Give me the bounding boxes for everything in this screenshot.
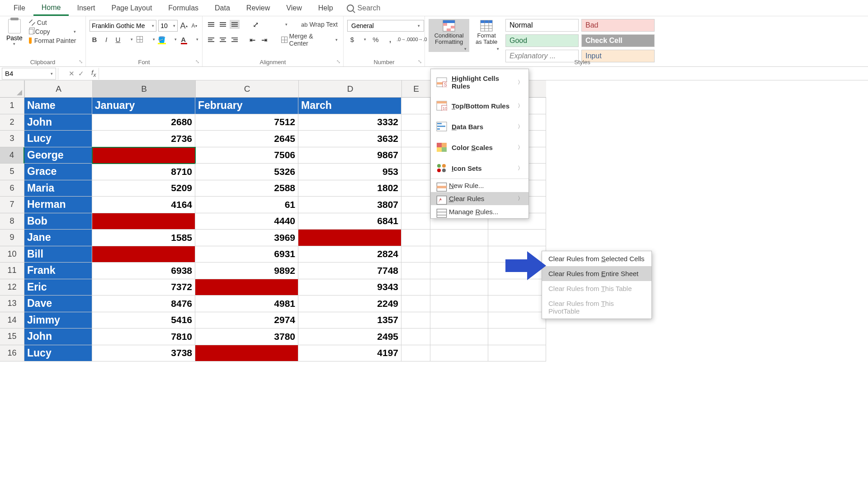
row-header[interactable]: 10 xyxy=(0,246,24,263)
enter-formula-icon[interactable]: ✓ xyxy=(78,70,84,78)
increase-decimal-button[interactable]: .0→.00 xyxy=(400,34,410,44)
cell[interactable] xyxy=(401,263,430,279)
cell[interactable] xyxy=(298,230,401,246)
col-header-a[interactable]: A xyxy=(24,80,92,98)
cell[interactable]: 2588 xyxy=(195,180,298,197)
tab-help[interactable]: Help xyxy=(310,1,341,15)
cell[interactable] xyxy=(430,279,488,296)
search-box[interactable]: Search xyxy=(347,4,381,12)
cell[interactable] xyxy=(430,246,488,263)
cell[interactable] xyxy=(92,213,195,230)
cf-menu-item[interactable]: New Rule... xyxy=(431,179,528,192)
cf-menu-item[interactable]: Clear Rules〉 xyxy=(431,192,528,205)
cell[interactable]: 953 xyxy=(298,164,401,180)
row-header[interactable]: 1 xyxy=(0,98,24,114)
increase-indent-button[interactable]: ⇥ xyxy=(259,35,269,44)
percent-button[interactable]: % xyxy=(371,34,381,44)
align-middle-button[interactable] xyxy=(218,20,228,29)
cell[interactable] xyxy=(430,263,488,279)
cell[interactable]: Dave xyxy=(24,296,92,312)
chevron-down-icon[interactable]: ▾ xyxy=(153,37,155,42)
style-good[interactable]: Good xyxy=(505,34,579,47)
cell[interactable]: 2974 xyxy=(195,312,298,329)
font-name-select[interactable]: Franklin Gothic Me▾ xyxy=(90,20,156,32)
cell[interactable] xyxy=(430,345,488,362)
dialog-launcher-icon[interactable]: ⤡ xyxy=(79,59,83,65)
cell[interactable] xyxy=(401,98,430,114)
chevron-down-icon[interactable]: ▾ xyxy=(131,37,133,42)
row-header[interactable]: 9 xyxy=(0,230,24,246)
cell[interactable] xyxy=(430,296,488,312)
cell[interactable]: 1357 xyxy=(298,312,401,329)
cell[interactable]: Frank xyxy=(24,263,92,279)
fx-icon[interactable]: fx xyxy=(89,69,99,78)
cell[interactable] xyxy=(401,164,430,180)
dialog-launcher-icon[interactable]: ⤡ xyxy=(195,59,199,65)
row-header[interactable]: 16 xyxy=(0,345,24,362)
cell[interactable] xyxy=(488,345,546,362)
cell[interactable]: 1585 xyxy=(92,230,195,246)
cell[interactable]: 5416 xyxy=(92,312,195,329)
cell[interactable]: 2645 xyxy=(195,131,298,147)
cell[interactable] xyxy=(401,213,430,230)
cell[interactable]: Jimmy xyxy=(24,312,92,329)
cell[interactable] xyxy=(401,345,430,362)
cell[interactable]: 7512 xyxy=(195,114,298,131)
cell[interactable] xyxy=(401,114,430,131)
cell[interactable] xyxy=(430,312,488,329)
cell[interactable]: January xyxy=(92,98,195,114)
cell[interactable]: 9867 xyxy=(298,147,401,164)
cell[interactable]: 7506 xyxy=(195,147,298,164)
cell[interactable]: 3632 xyxy=(298,131,401,147)
tab-page-layout[interactable]: Page Layout xyxy=(103,1,160,15)
row-header[interactable]: 12 xyxy=(0,279,24,296)
cell[interactable]: John xyxy=(24,328,92,345)
cut-button[interactable]: Cut xyxy=(29,19,76,26)
cell[interactable]: 4197 xyxy=(298,345,401,362)
cell[interactable]: 3969 xyxy=(195,230,298,246)
format-painter-button[interactable]: Format Painter xyxy=(29,37,76,44)
tab-home[interactable]: Home xyxy=(33,1,69,16)
format-as-table-button[interactable]: Format as Table▾ xyxy=(471,19,502,52)
style-bad[interactable]: Bad xyxy=(581,19,655,32)
cell[interactable]: 9343 xyxy=(298,279,401,296)
dialog-launcher-icon[interactable]: ⤡ xyxy=(336,59,340,65)
cell[interactable]: 7810 xyxy=(92,328,195,345)
cell[interactable]: 3738 xyxy=(92,345,195,362)
cf-menu-item[interactable]: 10Top/Bottom Rules〉 xyxy=(431,95,528,116)
col-header-d[interactable]: D xyxy=(298,80,401,98)
cell[interactable]: 7372 xyxy=(92,279,195,296)
copy-button[interactable]: Copy▾ xyxy=(29,28,76,35)
decrease-indent-button[interactable]: ⇤ xyxy=(248,35,258,44)
cell[interactable]: 4164 xyxy=(92,197,195,213)
cell[interactable] xyxy=(401,296,430,312)
chevron-down-icon[interactable]: ▾ xyxy=(364,37,366,42)
cell[interactable] xyxy=(401,197,430,213)
cell[interactable]: Bob xyxy=(24,213,92,230)
select-all-corner[interactable] xyxy=(0,80,24,98)
cell[interactable] xyxy=(401,230,430,246)
cell[interactable]: Grace xyxy=(24,164,92,180)
row-header[interactable]: 15 xyxy=(0,328,24,345)
borders-button[interactable] xyxy=(135,34,145,44)
tab-formulas[interactable]: Formulas xyxy=(160,1,207,15)
chevron-down-icon[interactable]: ▾ xyxy=(175,37,177,42)
cell[interactable] xyxy=(430,328,488,345)
grow-font-button[interactable]: A▴ xyxy=(179,21,188,31)
cell[interactable]: 2680 xyxy=(92,114,195,131)
cell[interactable]: Maria xyxy=(24,180,92,197)
fill-color-button[interactable]: 🪣 xyxy=(157,34,167,44)
cell[interactable]: 61 xyxy=(195,197,298,213)
col-header-e[interactable]: E xyxy=(401,80,430,98)
chevron-down-icon[interactable]: ▾ xyxy=(285,22,288,27)
cell[interactable]: 5209 xyxy=(92,180,195,197)
cell[interactable]: 3807 xyxy=(298,197,401,213)
cell[interactable]: 7748 xyxy=(298,263,401,279)
cell[interactable] xyxy=(430,230,488,246)
row-header[interactable]: 14 xyxy=(0,312,24,329)
cell[interactable]: 6931 xyxy=(195,246,298,263)
comma-button[interactable]: , xyxy=(385,34,395,44)
row-header[interactable]: 13 xyxy=(0,296,24,312)
font-size-select[interactable]: 10▾ xyxy=(158,20,178,32)
cell[interactable]: March xyxy=(298,98,401,114)
